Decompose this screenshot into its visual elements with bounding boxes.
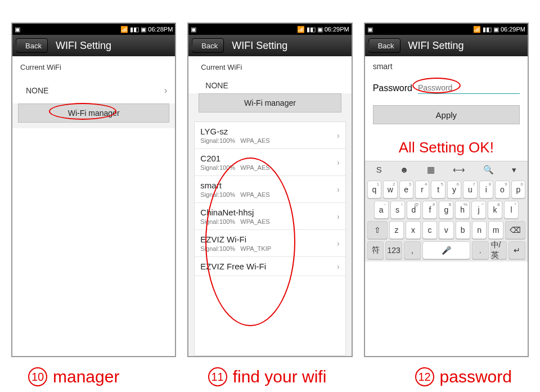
step-number: 12 [415,367,434,386]
wifi-name: ChinaNet-hhsj [200,208,339,217]
kb-cursor-icon[interactable]: ⟷ [453,165,465,175]
key-h[interactable]: h [455,201,470,219]
wifi-name: EZVIZ Free Wi-Fi [200,262,339,271]
password-input[interactable] [418,82,520,94]
key-s[interactable]: s [390,201,405,219]
notification-icon: ▣ [367,26,373,33]
apply-button[interactable]: Apply [373,105,520,124]
key-⇧[interactable]: ⇧ [367,221,388,239]
wifi-name: smart [200,181,339,190]
wifi-list-item[interactable]: EZVIZ Free Wi-Fi› [195,257,345,276]
clock-text: 06:29PM [325,26,349,33]
key-中/英[interactable]: 中/英 [490,241,507,259]
key-⌫[interactable]: ⌫ [505,221,525,239]
page-title: WIFI Setting [232,40,287,52]
ssid-row: smart [365,56,528,76]
key-x[interactable]: x [406,221,420,239]
wifi-meta: Signal:100% WPA_AES [200,191,339,198]
key-,[interactable]: , [404,241,421,259]
key-t[interactable]: t [431,181,445,199]
wifi-list-item[interactable]: C201Signal:100% WPA_AES› [195,149,345,176]
key-l[interactable]: l [504,201,519,219]
all-setting-ok-text: All Setting OK! [365,130,528,161]
key-a[interactable]: a [374,201,389,219]
clock-text: 06:28PM [148,26,173,33]
caption-3: 12 password [415,367,512,386]
key-v[interactable]: v [439,221,453,239]
key-n[interactable]: n [472,221,487,239]
key-符[interactable]: 符 [367,241,384,259]
key-↵[interactable]: ↵ [508,241,525,259]
wifi-list-item[interactable]: EZVIZ Wi-FiSignal:100% WPA_TKIP› [195,230,345,257]
key-k[interactable]: k [488,201,502,219]
key-c[interactable]: c [422,221,437,239]
caption-text: manager [53,367,119,386]
wifi-list-item[interactable]: LYG-szSignal:100% WPA_AES› [195,122,345,149]
back-button[interactable]: Back [192,38,224,53]
wifi-icon: 📶 [297,26,305,33]
back-button[interactable]: Back [16,38,48,53]
wifi-meta: Signal:100% WPA_AES [200,218,339,225]
key-123[interactable]: 123 [385,241,402,259]
back-button[interactable]: Back [368,38,400,53]
key-p[interactable]: p [511,181,525,199]
chevron-right-icon: › [337,239,340,248]
key-u[interactable]: u [463,181,477,199]
status-bar: ▣ 📶 ▮◧ ▣ 06:28PM [12,24,175,35]
key-o[interactable]: o [495,181,509,199]
captions-row: 10 manager 11 find your wifi 12 password [11,357,529,386]
key-b[interactable]: b [456,221,470,239]
wifi-meta: Signal:100% WPA_TKIP [200,245,339,252]
title-bar: Back WIFI Setting [12,35,175,56]
chevron-right-icon: › [337,212,340,221]
key-m[interactable]: m [488,221,503,239]
wifi-meta: Signal:100% WPA_AES [200,137,339,144]
kb-down-icon[interactable]: ▾ [512,165,516,175]
screenshot-panel-1: ▣ 📶 ▮◧ ▣ 06:28PM Back WIFI Setting Curre… [11,22,176,357]
key-e[interactable]: e [399,181,413,199]
caption-2: 11 find your wifi [208,367,327,386]
key-.[interactable]: . [472,241,489,259]
signal-icon: ▮◧ [483,26,492,33]
wifi-icon: 📶 [473,26,481,33]
key-y[interactable]: y [447,181,461,199]
current-wifi-row[interactable]: NONE [188,78,351,93]
key-w[interactable]: w [383,181,397,199]
screenshot-panel-3: ▣ 📶 ▮◧ ▣ 06:29PM Back WIFI Setting smart… [364,22,529,357]
battery-icon: ▣ [493,26,499,33]
key-q[interactable]: q [367,181,381,199]
screenshot-panel-2: ▣ 📶 ▮◧ ▣ 06:29PM Back WIFI Setting Curre… [187,22,352,357]
chevron-right-icon: › [164,85,167,96]
wifi-name: LYG-sz [200,127,339,136]
caption-text: find your wifi [233,367,327,386]
key-g[interactable]: g [439,201,453,219]
key-z[interactable]: z [389,221,404,239]
wifi-list-item[interactable]: smartSignal:100% WPA_AES› [195,176,345,203]
key-🎤[interactable]: 🎤 [422,241,470,259]
kb-emoji-icon[interactable]: ☻ [400,165,409,175]
current-wifi-row[interactable]: NONE › [12,78,175,103]
kb-search-icon[interactable]: 🔍 [483,165,494,175]
wifi-manager-button[interactable]: Wi-Fi manager [199,93,341,112]
password-row: Password [365,76,528,100]
key-j[interactable]: j [471,201,486,219]
wifi-list-item[interactable]: ChinaNet-hhsjSignal:100% WPA_AES› [195,203,345,230]
chevron-right-icon: › [337,158,340,167]
key-d[interactable]: d [407,201,421,219]
title-bar: Back WIFI Setting [188,35,351,56]
page-title: WIFI Setting [56,40,111,52]
battery-icon: ▣ [317,26,323,33]
signal-icon: ▮◧ [307,26,316,33]
key-r[interactable]: r [415,181,429,199]
wifi-manager-button[interactable]: Wi-Fi manager [18,103,169,123]
kb-grid-icon[interactable]: ▦ [427,165,435,175]
wifi-meta: Signal:100% WPA_AES [200,164,339,171]
step-number: 11 [208,367,227,386]
clock-text: 06:29PM [501,26,525,33]
key-i[interactable]: i [479,181,493,199]
key-f[interactable]: f [422,201,437,219]
current-wifi-value: NONE [20,86,48,95]
kb-s-icon[interactable]: Ѕ [376,165,382,175]
notification-icon: ▣ [191,26,196,33]
battery-icon: ▣ [141,26,146,33]
